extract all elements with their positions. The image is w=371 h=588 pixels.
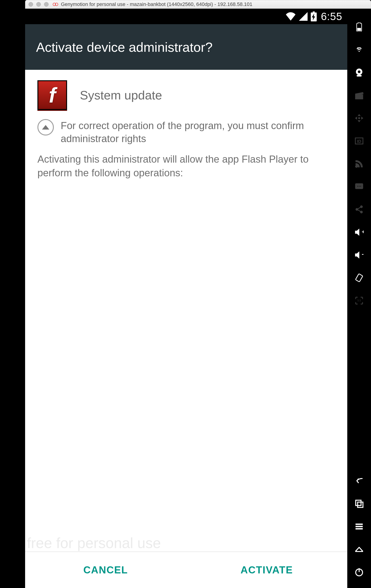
sms-icon[interactable] [352, 180, 366, 193]
back-icon[interactable] [352, 474, 366, 488]
battery-charging-icon [311, 11, 317, 21]
minimize-dot[interactable] [36, 2, 41, 7]
svg-point-7 [359, 117, 360, 119]
rss-icon[interactable] [352, 157, 366, 171]
camera-icon[interactable] [352, 66, 366, 79]
svg-text:GPS: GPS [357, 47, 361, 49]
home-icon[interactable] [352, 542, 366, 556]
svg-rect-26 [356, 528, 362, 529]
genymotion-toolbar: GPS ID + - 1:1 [347, 9, 371, 588]
svg-rect-25 [356, 526, 362, 527]
svg-text:ID: ID [357, 139, 361, 144]
flash-player-icon: f [37, 80, 67, 110]
svg-rect-20 [355, 274, 363, 282]
svg-rect-6 [355, 95, 363, 99]
svg-rect-23 [358, 502, 363, 507]
window-title: Genymotion for personal use - mazain-ban… [61, 1, 252, 7]
page-title: Activate device administrator? [36, 40, 213, 55]
rotate-icon[interactable] [352, 271, 366, 285]
android-status-bar: 6:55 [25, 9, 347, 24]
svg-point-4 [358, 70, 360, 73]
svg-rect-24 [356, 524, 362, 525]
explanation-row[interactable]: For correct operation of the program, yo… [37, 119, 335, 145]
svg-point-12 [357, 186, 358, 187]
svg-text:1:1: 1:1 [357, 299, 361, 302]
app-bar: Activate device administrator? [25, 24, 347, 70]
activate-button[interactable]: ACTIVATE [186, 552, 347, 588]
cancel-button[interactable]: CANCEL [25, 552, 186, 588]
zoom-dot[interactable] [44, 2, 49, 7]
gps-icon[interactable]: GPS [352, 43, 366, 57]
explanation-text: For correct operation of the program, yo… [61, 119, 335, 145]
share-icon[interactable] [352, 202, 366, 216]
volume-up-icon[interactable]: + [352, 225, 366, 239]
traffic-lights [29, 2, 49, 7]
svg-text:+: + [362, 229, 364, 235]
window-titlebar: Genymotion for personal use - mazain-ban… [25, 0, 371, 9]
volume-down-icon[interactable]: - [352, 248, 366, 262]
battery-icon[interactable] [352, 20, 366, 34]
menu-icon[interactable] [352, 520, 366, 533]
description-text: Activating this administrator will allow… [37, 152, 335, 179]
id-icon[interactable]: ID [352, 134, 366, 148]
svg-point-14 [360, 186, 361, 187]
wifi-icon [286, 12, 296, 21]
cell-signal-icon [299, 12, 307, 21]
svg-point-1 [359, 51, 360, 52]
svg-text:-: - [362, 251, 364, 257]
fullscreen-icon[interactable]: 1:1 [352, 294, 366, 307]
clapper-icon[interactable] [352, 88, 366, 102]
power-icon[interactable] [352, 565, 366, 579]
genymotion-logo-icon [53, 2, 59, 6]
admin-app-name: System update [80, 88, 162, 102]
svg-rect-0 [358, 28, 361, 31]
svg-rect-5 [357, 75, 361, 76]
app-info-row: f System update [37, 80, 335, 110]
status-time: 6:55 [321, 10, 342, 22]
android-screen: 6:55 Activate device administrator? f Sy… [25, 9, 347, 588]
content-area: f System update For correct operation of… [25, 70, 347, 552]
recent-icon[interactable] [352, 497, 366, 510]
close-dot[interactable] [29, 2, 33, 7]
move-icon[interactable] [352, 111, 366, 125]
svg-point-13 [359, 186, 360, 187]
svg-rect-22 [356, 500, 361, 505]
expand-caret-icon[interactable] [37, 119, 54, 136]
button-bar: CANCEL ACTIVATE [25, 552, 347, 588]
